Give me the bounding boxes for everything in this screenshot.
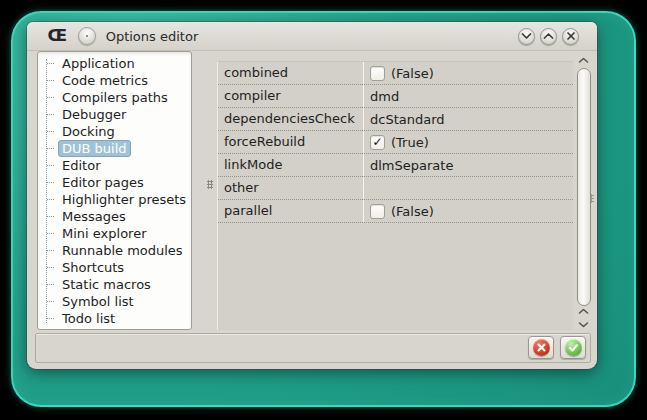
sidebar-item-label: Docking [58, 123, 119, 140]
property-value: dlmSeparate [370, 155, 453, 176]
sidebar-item-application[interactable]: Application [38, 55, 191, 72]
property-row-compiler[interactable]: compiler dmd [218, 85, 573, 108]
scroll-down-button[interactable] [575, 317, 592, 330]
checkbox[interactable] [370, 204, 385, 219]
sidebar-item-label: Highlighter presets [58, 191, 190, 208]
property-row-combined[interactable]: combined (False) [218, 62, 573, 85]
tree-branch-icon [47, 63, 54, 64]
property-name[interactable]: linkMode [218, 154, 364, 176]
property-row-forceRebuild[interactable]: forceRebuild ✓ (True) [218, 131, 573, 154]
maximize-button[interactable] [540, 28, 557, 45]
property-name[interactable]: combined [218, 62, 364, 84]
sidebar-item-label: Code metrics [58, 72, 152, 89]
sidebar-item-label: Messages [58, 208, 130, 225]
property-name[interactable]: other [218, 177, 364, 199]
sidebar-item-editor-pages[interactable]: Editor pages [38, 174, 191, 191]
tree-branch-icon [47, 114, 54, 115]
sidebar-item-label: Mini explorer [58, 225, 151, 242]
property-row-linkMode[interactable]: linkMode dlmSeparate [218, 154, 573, 177]
window-controls [518, 28, 579, 45]
tree-branch-icon [47, 165, 54, 166]
titlebar[interactable]: Œ Options editor [27, 22, 597, 51]
sidebar-item-symbol-list[interactable]: Symbol list [38, 293, 191, 310]
tree-branch-icon [47, 301, 54, 302]
sidebar-item-label: Editor [58, 157, 104, 174]
scrollbar-thumb[interactable] [577, 68, 591, 306]
property-row-parallel[interactable]: parallel (False) [218, 200, 573, 223]
property-value-cell[interactable] [364, 177, 573, 199]
property-value-cell[interactable]: dmd [364, 85, 573, 107]
tree-branch-icon [47, 199, 54, 200]
property-row-dependenciesCheck[interactable]: dependenciesCheck dcStandard [218, 108, 573, 131]
sidebar-item-label: Runnable modules [58, 242, 187, 259]
sidebar-item-runnable-modules[interactable]: Runnable modules [38, 242, 191, 259]
footer-bar [35, 333, 591, 363]
tree-branch-icon [47, 148, 54, 149]
property-value: (False) [391, 201, 434, 222]
scrollbar-bottom-buttons [575, 304, 592, 330]
property-row-other[interactable]: other [218, 177, 573, 200]
property-value: (True) [391, 132, 429, 153]
property-value: dmd [370, 86, 399, 107]
property-value-cell[interactable]: (False) [364, 200, 573, 222]
window-title: Options editor [106, 29, 199, 44]
tree-branch-icon [47, 182, 54, 183]
property-name[interactable]: compiler [218, 85, 364, 107]
options-editor-window: Œ Options editor [27, 22, 597, 369]
close-icon [566, 31, 576, 41]
window-menu-button[interactable] [78, 27, 96, 45]
sidebar-item-editor[interactable]: Editor [38, 157, 191, 174]
sidebar-item-label: Shortcuts [58, 259, 128, 276]
property-value-cell[interactable]: dlmSeparate [364, 154, 573, 176]
cancel-circle-icon [533, 339, 550, 356]
sidebar-item-todo-list[interactable]: Todo list [38, 310, 191, 327]
sidebar-item-mini-explorer[interactable]: Mini explorer [38, 225, 191, 242]
sidebar-item-code-metrics[interactable]: Code metrics [38, 72, 191, 89]
sidebar-item-docking[interactable]: Docking [38, 123, 191, 140]
accept-circle-icon [565, 339, 582, 356]
categories-listbox[interactable]: Application Code metrics Compilers paths… [37, 51, 192, 330]
sidebar-item-messages[interactable]: Messages [38, 208, 191, 225]
sidebar-item-dub-build[interactable]: DUB build [38, 140, 191, 157]
property-value-cell[interactable]: dcStandard [364, 108, 573, 130]
tree-branch-icon [47, 131, 54, 132]
property-value-cell[interactable]: (False) [364, 62, 573, 84]
accept-button[interactable] [560, 336, 586, 359]
tree-branch-icon [47, 97, 54, 98]
app-logo-icon: Œ [48, 28, 68, 44]
property-name[interactable]: forceRebuild [218, 131, 364, 153]
sidebar-item-label: Application [58, 55, 139, 72]
chevron-down-icon [578, 316, 589, 331]
sidebar-item-label: Symbol list [58, 293, 138, 310]
scroll-up-button[interactable] [575, 53, 592, 66]
sidebar-item-label: Static macros [58, 276, 155, 293]
property-value-cell[interactable]: ✓ (True) [364, 131, 573, 153]
sidebar-item-label: Debugger [58, 106, 130, 123]
window-resize-grip[interactable] [590, 194, 594, 203]
tree-branch-icon [47, 318, 54, 319]
sidebar-item-label: DUB build [58, 140, 131, 157]
chevron-up-icon [578, 52, 589, 67]
tree-branch-icon [47, 250, 54, 251]
checkbox[interactable]: ✓ [370, 135, 385, 150]
property-value: (False) [391, 63, 434, 84]
sidebar-item-compilers-paths[interactable]: Compilers paths [38, 89, 191, 106]
minimize-button[interactable] [518, 28, 535, 45]
vertical-scrollbar[interactable] [575, 53, 592, 330]
property-grid[interactable]: combined (False) compiler dmd dependenci… [217, 61, 573, 330]
sidebar-item-debugger[interactable]: Debugger [38, 106, 191, 123]
sidebar-list: Application Code metrics Compilers paths… [38, 52, 191, 327]
sidebar-item-shortcuts[interactable]: Shortcuts [38, 259, 191, 276]
cancel-button[interactable] [528, 336, 554, 359]
sidebar-item-label: Todo list [58, 310, 119, 327]
checkbox[interactable] [370, 66, 385, 81]
sidebar-item-label: Editor pages [58, 174, 148, 191]
property-name[interactable]: dependenciesCheck [218, 108, 364, 130]
tree-branch-icon [47, 284, 54, 285]
sidebar-item-highlighter-presets[interactable]: Highlighter presets [38, 191, 191, 208]
tree-branch-icon [47, 216, 54, 217]
close-button[interactable] [562, 28, 579, 45]
splitter-grip[interactable] [207, 180, 213, 189]
sidebar-item-static-macros[interactable]: Static macros [38, 276, 191, 293]
property-name[interactable]: parallel [218, 200, 364, 222]
